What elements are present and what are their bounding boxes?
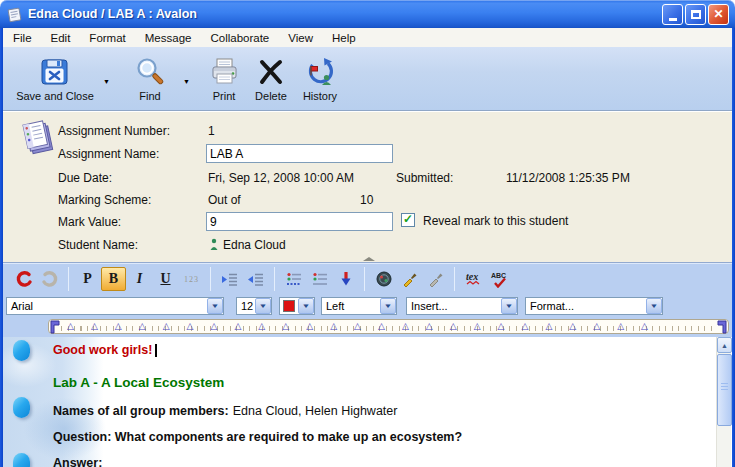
chevron-down-icon: ▼ bbox=[302, 303, 311, 309]
delete-label: Delete bbox=[249, 90, 293, 102]
toolbar-separator bbox=[68, 267, 69, 291]
message-body-editor[interactable]: Good work girls! Lab A - A Local Ecosyst… bbox=[3, 337, 716, 467]
assignment-name-label: Assignment Name: bbox=[58, 147, 159, 161]
reveal-mark-label: Reveal mark to this student bbox=[423, 214, 568, 228]
delete-button[interactable]: Delete bbox=[249, 55, 293, 102]
menu-format[interactable]: Format bbox=[89, 32, 125, 44]
save-and-close-label: Save and Close bbox=[7, 90, 103, 102]
doc-greeting-line: Good work girls! bbox=[53, 343, 157, 357]
maximize-button[interactable] bbox=[685, 4, 706, 25]
titlebar[interactable]: Edna Cloud / LAB A : Avalon ✕ bbox=[0, 0, 735, 28]
fixed-size-button[interactable]: 123 bbox=[179, 267, 204, 291]
indent-increase-button[interactable] bbox=[217, 267, 242, 291]
insert-value: Insert... bbox=[407, 300, 501, 312]
ruler[interactable]: △△△△△△△△△△△△△△△△△△△△△△△△△ bbox=[48, 319, 729, 334]
redo-button[interactable] bbox=[37, 267, 62, 291]
menu-file[interactable]: File bbox=[13, 32, 32, 44]
find-button[interactable]: Find bbox=[121, 55, 179, 102]
paragraph-spacing-icon bbox=[311, 270, 329, 288]
assignment-note-icon bbox=[21, 120, 57, 156]
doc-answer-line: Answer: bbox=[53, 456, 102, 467]
chevron-down-icon: ▼ bbox=[211, 303, 220, 309]
save-and-close-button[interactable]: Save and Close bbox=[7, 55, 103, 102]
menu-message[interactable]: Message bbox=[145, 32, 192, 44]
scroll-up-icon: ▲ bbox=[721, 342, 728, 349]
dropdown-button[interactable]: ▼ bbox=[207, 298, 223, 314]
form-splitter-handle[interactable] bbox=[363, 257, 375, 261]
format-painter-icon bbox=[401, 270, 419, 288]
globe-button[interactable] bbox=[371, 267, 396, 291]
delete-icon bbox=[255, 55, 287, 89]
menu-collaborate[interactable]: Collaborate bbox=[210, 32, 269, 44]
due-date-label: Due Date: bbox=[58, 171, 112, 185]
underline-button[interactable]: U bbox=[153, 267, 178, 291]
save-and-close-dropdown[interactable]: ▼ bbox=[103, 78, 110, 85]
paragraph-spacing-button[interactable] bbox=[307, 267, 332, 291]
autocorrect-icon: tex bbox=[464, 270, 484, 288]
doc-members-label: Names of all group members: bbox=[53, 404, 229, 418]
italic-button[interactable]: I bbox=[127, 267, 152, 291]
alignment-select[interactable]: Left ▼ bbox=[321, 297, 397, 315]
chevron-down-icon: ▼ bbox=[505, 303, 514, 309]
due-date-value: Fri, Sep 12, 2008 10:00 AM bbox=[208, 171, 354, 185]
chevron-down-icon: ▼ bbox=[650, 303, 659, 309]
assignment-name-input[interactable] bbox=[206, 144, 393, 163]
dropdown-button[interactable]: ▼ bbox=[501, 298, 517, 314]
red-down-arrow-button[interactable] bbox=[333, 267, 358, 291]
checkbox-check-icon: ✓ bbox=[403, 213, 413, 225]
plain-style-button[interactable]: P bbox=[75, 267, 100, 291]
bold-button[interactable]: B bbox=[101, 267, 126, 291]
autocorrect-button[interactable]: tex bbox=[461, 267, 486, 291]
indent-decrease-button[interactable] bbox=[243, 267, 268, 291]
format-select[interactable]: Format... ▼ bbox=[525, 297, 663, 315]
assignment-number-label: Assignment Number: bbox=[58, 124, 170, 138]
find-dropdown[interactable]: ▼ bbox=[183, 78, 190, 85]
window-title: Edna Cloud / LAB A : Avalon bbox=[28, 7, 197, 21]
minimize-button[interactable] bbox=[662, 4, 683, 25]
format-painter-button[interactable] bbox=[397, 267, 422, 291]
print-label: Print bbox=[201, 90, 247, 102]
menu-view[interactable]: View bbox=[288, 32, 313, 44]
mark-value-input[interactable] bbox=[206, 212, 393, 231]
dropdown-button[interactable]: ▼ bbox=[298, 298, 314, 314]
undo-button[interactable] bbox=[11, 267, 36, 291]
toolbar-separator bbox=[454, 267, 455, 291]
scrollbar-thumb[interactable] bbox=[717, 354, 732, 426]
insert-select[interactable]: Insert... ▼ bbox=[406, 297, 518, 315]
doc-members-line: Names of all group members:Edna Cloud, H… bbox=[53, 404, 397, 418]
chevron-down-icon: ▼ bbox=[384, 303, 393, 309]
window-border-left bbox=[0, 28, 3, 467]
dropdown-button[interactable]: ▼ bbox=[255, 298, 271, 314]
vertical-scrollbar[interactable]: ▲ bbox=[716, 337, 731, 467]
window-controls: ✕ bbox=[662, 4, 729, 25]
left-margin-marker[interactable] bbox=[50, 320, 60, 334]
indent-decrease-icon bbox=[247, 270, 265, 288]
maximize-icon bbox=[691, 10, 701, 19]
find-icon bbox=[134, 55, 166, 89]
dropdown-button[interactable]: ▼ bbox=[380, 298, 396, 314]
font-size-select[interactable]: 12 ▼ bbox=[236, 297, 272, 315]
menu-edit[interactable]: Edit bbox=[51, 32, 71, 44]
menu-help[interactable]: Help bbox=[332, 32, 356, 44]
red-down-arrow-icon bbox=[337, 270, 355, 288]
minimize-icon bbox=[669, 18, 677, 21]
font-family-select[interactable]: Arial ▼ bbox=[6, 297, 224, 315]
undo-icon bbox=[15, 270, 33, 288]
print-button[interactable]: Print bbox=[201, 55, 247, 102]
right-margin-marker[interactable] bbox=[717, 320, 727, 334]
paragraph-border-button[interactable] bbox=[281, 267, 306, 291]
message-document-icon bbox=[6, 6, 23, 23]
message-body: Good work girls! Lab A - A Local Ecosyst… bbox=[3, 337, 732, 467]
assignment-number-value: 1 bbox=[208, 124, 215, 138]
svg-text:ABC: ABC bbox=[491, 272, 506, 279]
scroll-up-button[interactable]: ▲ bbox=[717, 337, 732, 353]
spell-check-button[interactable]: ABC bbox=[487, 267, 512, 291]
font-color-select[interactable]: ▼ bbox=[279, 297, 315, 315]
reveal-mark-checkbox[interactable]: ✓ bbox=[401, 213, 415, 227]
dropdown-button[interactable]: ▼ bbox=[646, 298, 662, 314]
history-button[interactable]: History bbox=[295, 55, 345, 102]
close-button[interactable]: ✕ bbox=[708, 4, 729, 25]
doc-members-value: Edna Cloud, Helen Highwater bbox=[233, 404, 398, 418]
plain-style-label: P bbox=[83, 271, 92, 287]
format-painter-clear-button[interactable] bbox=[423, 267, 448, 291]
